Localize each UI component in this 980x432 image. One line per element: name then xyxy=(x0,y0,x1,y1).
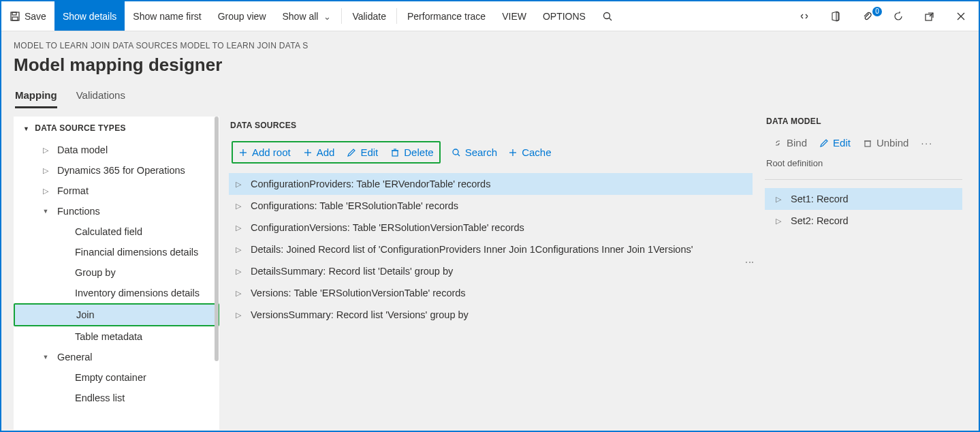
plus-icon xyxy=(508,148,518,157)
data-source-item[interactable]: DetailsSummary: Record list 'Details' gr… xyxy=(229,260,753,282)
plus-icon xyxy=(303,148,313,157)
link-icon xyxy=(773,138,783,148)
data-source-item[interactable]: Details: Joined Record list of 'Configur… xyxy=(229,238,753,260)
connector-icon-button[interactable] xyxy=(795,11,814,22)
trash-icon xyxy=(863,138,872,148)
validate-button[interactable]: Validate xyxy=(344,1,394,31)
edit-dm-button[interactable]: Edit xyxy=(819,137,851,149)
tree-item[interactable]: General xyxy=(14,347,219,367)
performance-trace-button[interactable]: Performance trace xyxy=(399,1,494,31)
svg-line-4 xyxy=(609,18,612,20)
show-name-first-label: Show name first xyxy=(133,11,201,22)
data-source-item[interactable]: Versions: Table 'ERSolutionVersionTable'… xyxy=(229,282,753,304)
tree-item-label: Join xyxy=(76,309,95,320)
caret-icon xyxy=(776,195,783,204)
add-root-button[interactable]: Add root xyxy=(238,146,291,158)
search-button[interactable] xyxy=(594,1,621,31)
edit-button[interactable]: Edit xyxy=(347,146,378,158)
tree-item-label: Inventory dimensions details xyxy=(75,288,200,298)
caret-icon xyxy=(41,187,50,196)
bind-button[interactable]: Bind xyxy=(773,137,807,149)
tree-item[interactable]: Group by xyxy=(14,262,219,283)
show-details-button[interactable]: Show details xyxy=(54,1,125,31)
add-button[interactable]: Add xyxy=(303,146,335,158)
validate-label: Validate xyxy=(352,11,386,22)
tree-item[interactable]: Format xyxy=(14,181,219,201)
tree-item-label: Endless list xyxy=(75,392,125,403)
data-model-toolbar: Bind Edit Unbind ··· xyxy=(765,136,962,158)
tree-item[interactable]: Inventory dimensions details xyxy=(14,283,219,303)
root-definition-label: Root definition xyxy=(765,158,962,175)
tree-item[interactable]: Table metadata xyxy=(14,326,219,347)
tree-item-label: General xyxy=(57,352,93,362)
group-view-button[interactable]: Group view xyxy=(210,1,274,31)
view-menu[interactable]: VIEW xyxy=(494,1,535,31)
data-model-item[interactable]: Set1: Record xyxy=(765,188,962,210)
search-icon xyxy=(602,11,613,22)
caret-icon xyxy=(41,354,50,360)
show-all-label: Show all xyxy=(283,11,319,22)
scrollbar[interactable] xyxy=(215,117,219,430)
caret-icon xyxy=(236,245,242,254)
tree-item-label: Data model xyxy=(57,144,108,155)
add-root-label: Add root xyxy=(252,146,291,158)
data-model-item[interactable]: Set2: Record xyxy=(765,210,962,232)
edit-label: Edit xyxy=(360,146,378,158)
caret-icon xyxy=(236,267,242,276)
overflow-icon[interactable]: ⋮ xyxy=(744,258,755,268)
save-button-label: Save xyxy=(25,11,46,22)
tree-item[interactable]: Empty container xyxy=(14,367,219,388)
pencil-icon xyxy=(347,148,356,157)
attachments-button[interactable]: 0 xyxy=(857,11,876,22)
data-model-item-label: Set2: Record xyxy=(791,215,849,226)
more-icon[interactable]: ··· xyxy=(921,138,933,149)
data-sources-list: ⋮ ConfigurationProviders: Table 'ERVendo… xyxy=(229,173,753,326)
unbind-button[interactable]: Unbind xyxy=(863,137,909,149)
refresh-button[interactable] xyxy=(889,11,908,22)
data-model-header: DATA MODEL xyxy=(765,117,962,136)
tree-item[interactable]: Functions xyxy=(14,201,219,221)
tree-item[interactable]: Data model xyxy=(14,140,219,160)
tree-item[interactable]: Calculated field xyxy=(14,221,219,242)
tree-item[interactable]: Financial dimensions details xyxy=(14,242,219,262)
data-source-item[interactable]: VersionsSummary: Record list 'Versions' … xyxy=(229,304,753,326)
caret-icon xyxy=(41,166,50,175)
data-source-item[interactable]: ConfigurationVersions: Table 'ERSolution… xyxy=(229,217,753,238)
tree-item[interactable]: Join xyxy=(14,303,219,326)
tree-item[interactable]: Endless list xyxy=(14,388,219,408)
popout-icon xyxy=(924,11,935,22)
caret-icon xyxy=(41,146,50,155)
data-source-item-label: Details: Joined Record list of 'Configur… xyxy=(251,244,693,255)
search-icon xyxy=(452,148,461,157)
close-button[interactable] xyxy=(951,11,970,22)
data-source-item[interactable]: Configurations: Table 'ERSolutionTable' … xyxy=(229,195,753,217)
caret-icon xyxy=(236,289,242,298)
popout-button[interactable] xyxy=(920,11,939,22)
office-button[interactable] xyxy=(826,11,845,22)
delete-label: Delete xyxy=(404,146,433,158)
svg-rect-20 xyxy=(865,141,870,146)
options-label: OPTIONS xyxy=(543,11,586,22)
data-model-panel: DATA MODEL Bind Edit Unbind ··· Root def… xyxy=(762,117,966,432)
tree-item-label: Table metadata xyxy=(75,331,142,342)
view-label: VIEW xyxy=(502,11,526,22)
cache-button[interactable]: Cache xyxy=(508,146,551,158)
data-source-item-label: Versions: Table 'ERSolutionVersionTable'… xyxy=(251,288,466,298)
tree-item[interactable]: Dynamics 365 for Operations xyxy=(14,160,219,181)
data-source-types-header[interactable]: DATA SOURCE TYPES xyxy=(14,117,219,140)
caret-icon xyxy=(236,223,242,232)
data-model-item-label: Set1: Record xyxy=(791,194,849,204)
data-sources-header: DATA SOURCES xyxy=(229,117,753,137)
data-source-item[interactable]: ConfigurationProviders: Table 'ERVendorT… xyxy=(229,173,753,195)
breadcrumb: MODEL TO LEARN JOIN DATA SOURCES MODEL T… xyxy=(14,41,966,50)
show-name-first-button[interactable]: Show name first xyxy=(125,1,209,31)
search-button-mid[interactable]: Search xyxy=(452,146,498,158)
plus-icon xyxy=(238,148,248,157)
group-view-label: Group view xyxy=(218,11,266,22)
tab-validations[interactable]: Validations xyxy=(76,85,125,108)
options-menu[interactable]: OPTIONS xyxy=(535,1,594,31)
tab-mapping[interactable]: Mapping xyxy=(15,85,57,108)
save-button[interactable]: Save xyxy=(1,1,54,31)
delete-button[interactable]: Delete xyxy=(390,146,433,158)
show-all-dropdown[interactable]: Show all xyxy=(274,1,340,31)
